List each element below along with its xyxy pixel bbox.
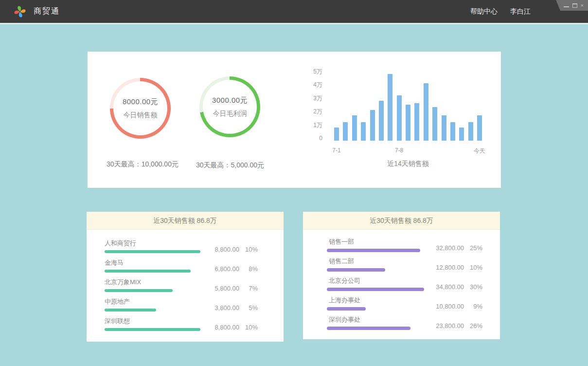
item-value: 5,800.00 [201,285,239,292]
window-controls: × [556,0,588,11]
bar-chart-bar [477,115,482,141]
user-name-link[interactable]: 李白江 [510,7,531,16]
item-value-group: 6,800.008% [201,265,258,273]
item-bar [105,328,200,331]
item-percent: 26% [464,322,482,329]
today-profit-donut-center: 3000.00元 今日毛利润 [203,80,257,134]
bar-chart-bar [414,103,419,141]
list-item: 中原地产3,800.005% [105,298,284,317]
item-percent: 5% [239,304,258,311]
app-title: 商贸通 [34,6,60,17]
item-value-group: 10,800.009% [426,303,482,310]
item-value: 8,800.00 [201,246,239,253]
item-bar [105,309,156,311]
list-item: 销售二部12,800.0010% [327,257,500,277]
titlebar-highlight-strip [0,23,588,24]
bar-chart-bar [334,128,339,141]
bar-chart-bar [370,110,375,141]
list-item: 北京分公司34,800.0030% [327,277,500,296]
item-bar [105,250,200,253]
item-value-group: 8,800.0010% [201,246,258,253]
item-bar [105,289,173,292]
x-axis-tick: 7-8 [395,147,403,154]
bar-chart-bar [352,115,357,141]
list-item: 北京万象MIX5,800.007% [105,278,284,298]
item-percent: 25% [464,244,482,252]
list-item: 销售一部32,800.0025% [327,238,500,257]
minimize-button-icon[interactable] [564,4,569,7]
bar-chart-bar [424,83,428,141]
list-item: 金海马6,800.008% [105,259,284,278]
list-item: 人和商贸行8,800.0010% [105,239,284,259]
item-value-group: 12,800.0010% [426,264,482,271]
y-axis-tick: 2万 [302,108,322,115]
customers-list: 人和商贸行8,800.0010%金海马6,800.008%北京万象MIX5,80… [87,230,284,337]
y-axis-tick: 1万 [302,122,322,129]
today-sales-value: 8000.00元 [123,97,158,107]
bar-chart-bar [379,101,384,141]
item-bar [327,307,366,311]
item-bar [327,268,385,272]
x-axis-tick: 7-1 [332,147,340,154]
item-value-group: 34,800.0030% [426,283,482,291]
item-value: 3,800.00 [201,304,239,311]
title-bar: 商贸通 帮助中心 李白江 × [0,0,588,23]
item-bar [327,288,424,291]
today-profit-label: 今日毛利润 [213,110,247,118]
item-value-group: 32,800.0025% [426,244,482,252]
bar-chart-bar [459,128,464,141]
item-value: 34,800.00 [426,283,464,291]
today-profit-value: 3000.00元 [212,96,248,105]
bar-chart-plot [334,73,482,141]
item-percent: 30% [464,283,482,291]
item-value: 8,800.00 [201,324,239,331]
departments-card-title: 近30天销售额 86.8万 [303,212,500,230]
item-value-group: 5,800.007% [201,285,258,292]
x-axis-tick: 今天 [474,147,485,155]
y-axis-tick: 5万 [302,68,322,75]
item-percent: 9% [464,303,482,310]
item-value-group: 23,800.0026% [426,322,482,329]
y-axis-tick: 0 [302,135,322,142]
maximize-button-icon[interactable] [572,3,577,8]
item-bar [327,327,410,330]
profit-30day-max: 30天最高：5,000.00元 [157,161,303,170]
bar-chart-bar [397,95,402,141]
item-value: 32,800.00 [426,244,464,252]
list-item: 深圳联想8,800.0010% [105,317,284,337]
y-axis-tick: 4万 [302,81,322,89]
kpi-dashboard-card: 8000.00元 今日销售额 30天最高：10,000.00元 3000.00元… [88,52,501,188]
item-value: 10,800.00 [426,303,464,310]
today-profit-donut: 3000.00元 今日毛利润 [199,76,260,137]
item-percent: 10% [464,264,482,271]
item-bar [327,249,420,252]
item-percent: 10% [239,246,258,253]
departments-card: 近30天销售额 86.8万 销售一部32,800.0025%销售二部12,800… [303,212,500,339]
list-item: 深圳办事处23,800.0026% [327,316,500,335]
item-percent: 10% [239,324,258,331]
customers-card: 近30天销售额 86.8万 人和商贸行8,800.0010%金海马6,800.0… [87,212,284,342]
bar-chart-bar [442,115,446,141]
item-percent: 7% [239,285,258,292]
today-sales-label: 今日销售额 [124,111,158,120]
item-value-group: 3,800.005% [201,304,258,311]
item-value: 6,800.00 [201,265,239,273]
item-percent: 8% [239,265,258,273]
today-sales-donut-center: 8000.00元 今日销售额 [113,81,167,135]
app-window: 商贸通 帮助中心 李白江 × 8000.00元 今日销售额 30天最高：10,0… [0,0,588,366]
close-button-icon[interactable]: × [581,3,584,8]
bar-chart-title: 近14天销售额 [334,160,482,168]
bar-chart-bar [388,74,392,141]
item-value: 12,800.00 [426,264,464,271]
item-value-group: 8,800.0010% [201,324,258,331]
departments-list: 销售一部32,800.0025%销售二部12,800.0010%北京分公司34,… [303,230,500,335]
bar-chart-bar [450,122,455,141]
help-center-link[interactable]: 帮助中心 [470,7,498,16]
bar-chart-bar [343,122,348,141]
top-nav: 帮助中心 李白江 [470,7,531,16]
list-item: 上海办事处10,800.009% [327,296,500,316]
bar-chart-bar [432,107,437,141]
today-sales-donut: 8000.00元 今日销售额 [110,78,171,139]
item-bar [105,270,191,273]
bar-chart-bar [406,105,410,141]
